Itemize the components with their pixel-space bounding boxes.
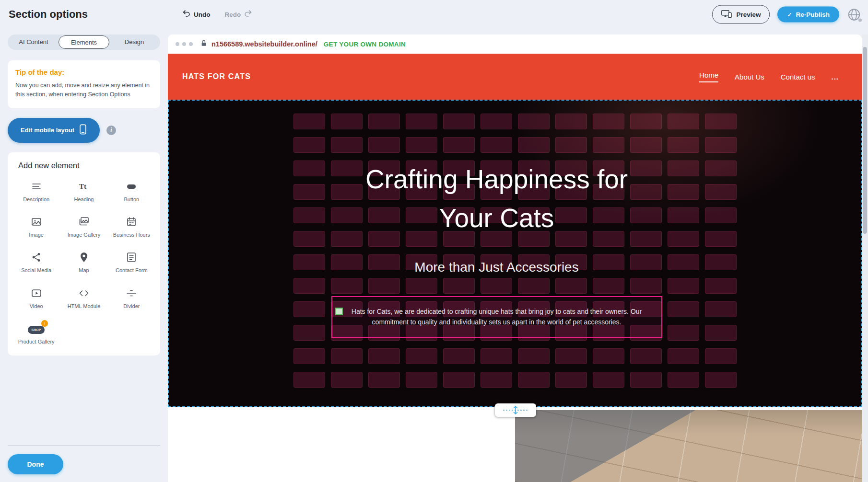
redo-icon [244, 10, 252, 19]
html-module-icon [62, 287, 106, 300]
done-button[interactable]: Done [8, 454, 63, 474]
hero-tile [443, 372, 475, 388]
sidebar-divider [8, 445, 160, 446]
sidebar-tabs: AI ContentElementsDesign [8, 34, 160, 50]
element-heading[interactable]: TtHeading [62, 180, 106, 203]
hero-tile [293, 348, 325, 364]
floor-photo [515, 410, 862, 482]
preview-button[interactable]: Preview [712, 5, 770, 24]
sidebar: AI ContentElementsDesign Tip of the day:… [0, 29, 168, 482]
hero-tile [668, 372, 699, 388]
site-logo[interactable]: HATS FOR CATS [182, 72, 251, 81]
tab-ai-content[interactable]: AI Content [9, 35, 59, 49]
element-resize-handle[interactable] [335, 308, 343, 315]
topbar-actions: Preview ✓ Re-Publish [712, 5, 861, 24]
button-icon [109, 180, 153, 193]
app-window: Section options Undo Redo Preview [0, 0, 868, 482]
undo-redo-group: Undo Redo [182, 10, 252, 19]
element-label: HTML Module [62, 303, 106, 310]
language-globe-icon[interactable] [847, 7, 861, 22]
hero-tile [555, 348, 587, 364]
element-description[interactable]: Description [14, 180, 59, 203]
element-video[interactable]: Video [14, 287, 59, 310]
hero-paragraph: Hats for Cats, we are dedicated to craft… [339, 306, 655, 328]
panel-title: Section options [9, 8, 88, 21]
element-label: Business Hours [109, 231, 153, 238]
hero-tile [593, 348, 624, 364]
element-button[interactable]: Button [109, 180, 153, 203]
topbar: Section options Undo Redo Preview [0, 0, 868, 29]
hero-tile [518, 372, 550, 388]
hero-tile [331, 348, 363, 364]
image-gallery-icon [62, 215, 106, 229]
element-product-gallery[interactable]: SHOP↑Product Gallery [14, 322, 59, 345]
redo-button[interactable]: Redo [225, 10, 253, 19]
hero-tile [481, 348, 512, 364]
hero-tile [518, 348, 550, 364]
hero-tile [406, 348, 437, 364]
description-icon [14, 180, 59, 193]
element-label: Image Gallery [62, 231, 106, 238]
product-gallery-icon: SHOP↑ [14, 322, 59, 335]
element-map[interactable]: Map [62, 251, 106, 274]
phone-icon [79, 124, 87, 136]
tip-body: Now you can add, move and resize any ele… [15, 81, 152, 100]
element-social-media[interactable]: Social Media [14, 251, 59, 274]
upgrade-badge: ↑ [41, 320, 48, 327]
undo-icon [182, 10, 190, 19]
hero-tile [368, 348, 400, 364]
nav-item-about-us[interactable]: About Us [735, 73, 764, 81]
selected-text-element[interactable]: Hats for Cats, we are dedicated to craft… [331, 296, 662, 338]
browser-bar: n1566589.websitebuilder.online/ GET YOUR… [168, 34, 862, 54]
undo-button[interactable]: Undo [182, 10, 211, 19]
hero-tile [705, 348, 737, 364]
hero-tile [593, 372, 624, 388]
add-element-title: Add new element [18, 161, 155, 170]
element-image-gallery[interactable]: Image Gallery [62, 215, 106, 238]
nav-item-home[interactable]: Home [699, 71, 718, 82]
element-label: Video [14, 303, 59, 310]
hero-tile [555, 372, 587, 388]
tip-card: Tip of the day: Now you can add, move an… [8, 60, 160, 108]
republish-button[interactable]: ✓ Re-Publish [777, 7, 839, 23]
globe-dot [858, 18, 862, 22]
info-icon[interactable]: i [106, 126, 116, 135]
hero-tile [368, 372, 400, 388]
site-nav: HomeAbout UsContact us... [699, 71, 839, 82]
page-scrollbar[interactable] [862, 34, 868, 482]
element-label: Contact Form [109, 267, 153, 274]
scrollbar-thumb[interactable] [863, 47, 867, 234]
map-icon [62, 251, 106, 264]
hero-tile [331, 372, 363, 388]
tab-elements[interactable]: Elements [59, 35, 109, 49]
tab-design[interactable]: Design [109, 35, 159, 49]
next-section [168, 407, 862, 482]
hero-tile [630, 372, 662, 388]
element-html-module[interactable]: HTML Module [62, 287, 106, 310]
site-url: n1566589.websitebuilder.online/ [211, 40, 317, 48]
element-divider[interactable]: Divider [109, 287, 153, 310]
mobile-layout-row: Edit mobile layout i [8, 118, 160, 143]
lock-icon [200, 39, 207, 49]
svg-text:Tt: Tt [79, 183, 86, 190]
hero-subheading[interactable]: More than Just Accessories [414, 260, 578, 275]
hero-heading[interactable]: Crafting Happiness for Your Cats [343, 160, 650, 238]
element-business-hours[interactable]: Business Hours [109, 215, 153, 238]
element-contact-form[interactable]: Contact Form [109, 251, 153, 274]
element-label: Divider [109, 303, 153, 310]
hero-tile [630, 348, 662, 364]
section-height-handle[interactable] [495, 403, 536, 417]
hero-content: Crafting Happiness for Your Cats More th… [169, 101, 824, 338]
hero-tile [443, 348, 475, 364]
hero-tile [481, 372, 512, 388]
nav-more[interactable]: ... [831, 73, 839, 81]
site-header: HATS FOR CATS HomeAbout UsContact us... [168, 54, 862, 100]
edit-mobile-layout-button[interactable]: Edit mobile layout [8, 118, 100, 143]
get-domain-link[interactable]: GET YOUR OWN DOMAIN [324, 41, 406, 48]
devices-icon [721, 10, 732, 20]
element-label: Social Media [14, 267, 59, 274]
element-image[interactable]: Image [14, 215, 59, 238]
nav-item-contact-us[interactable]: Contact us [781, 73, 815, 81]
hero-section[interactable]: Crafting Happiness for Your Cats More th… [168, 100, 862, 407]
hero-tile [705, 372, 737, 388]
